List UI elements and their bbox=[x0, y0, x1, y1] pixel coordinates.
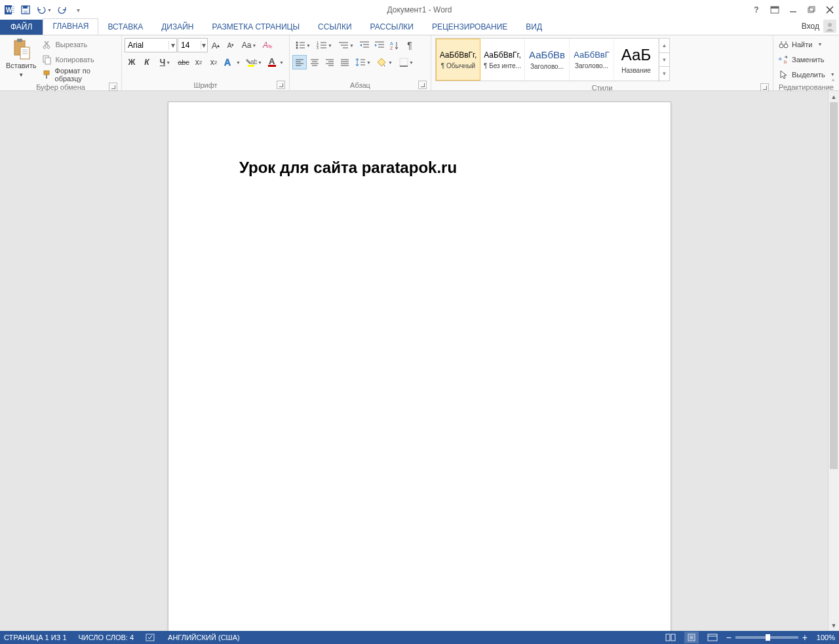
status-words[interactable]: ЧИСЛО СЛОВ: 4 bbox=[79, 634, 134, 641]
outdent-button[interactable] bbox=[357, 38, 372, 52]
font-size-input[interactable] bbox=[178, 41, 201, 50]
numbering-button[interactable]: 123▼ bbox=[314, 38, 335, 52]
qat-customize[interactable]: ▾ bbox=[71, 3, 85, 17]
clipboard-launcher[interactable] bbox=[109, 83, 117, 91]
tab-mailings[interactable]: РАССЫЛКИ bbox=[361, 20, 423, 35]
italic-button[interactable]: К bbox=[140, 55, 154, 69]
font-launcher[interactable] bbox=[277, 81, 285, 89]
style-item-0[interactable]: АаБбВвГг,¶ Обычный bbox=[436, 39, 480, 81]
status-proof-icon[interactable] bbox=[146, 633, 156, 642]
font-name-combo[interactable]: ▾ bbox=[125, 38, 177, 52]
ribbon-tabs: ФАЙЛ ГЛАВНАЯ ВСТАВКА ДИЗАЙН РАЗМЕТКА СТР… bbox=[0, 20, 839, 35]
subscript-button[interactable]: x2 bbox=[191, 55, 206, 69]
justify-button[interactable] bbox=[338, 55, 352, 69]
shrink-font-button[interactable]: A▾ bbox=[224, 38, 238, 52]
highlight-button[interactable]: ab▼ bbox=[243, 55, 264, 69]
vertical-scrollbar[interactable]: ▲ ▼ bbox=[828, 91, 839, 631]
line-spacing-button[interactable]: ▼ bbox=[353, 55, 374, 69]
bold-button[interactable]: Ж bbox=[125, 55, 139, 69]
tab-insert[interactable]: ВСТАВКА bbox=[98, 20, 152, 35]
align-left-button[interactable] bbox=[292, 55, 307, 69]
zoom-out-button[interactable]: − bbox=[726, 632, 732, 643]
paragraph-launcher[interactable] bbox=[418, 81, 427, 89]
collapse-ribbon-button[interactable]: ˄ bbox=[831, 79, 835, 88]
replace-button[interactable]: ab Заменить bbox=[776, 52, 827, 67]
svg-rect-4 bbox=[12, 10, 14, 11]
svg-text:A: A bbox=[269, 57, 275, 66]
style-item-4[interactable]: АаБНазвание bbox=[614, 39, 659, 81]
document-page[interactable]: Урок для сайта paratapok.ru bbox=[168, 102, 671, 631]
view-web-button[interactable] bbox=[705, 632, 720, 643]
select-button[interactable]: Выделить▼ bbox=[776, 67, 838, 82]
signin-area[interactable]: Вход bbox=[802, 20, 836, 33]
grow-font-button[interactable]: A▴ bbox=[208, 38, 223, 52]
help-button[interactable]: ? bbox=[747, 2, 766, 18]
tab-design[interactable]: ДИЗАЙН bbox=[152, 20, 203, 35]
style-item-1[interactable]: АаБбВвГг,¶ Без инте... bbox=[480, 39, 525, 81]
format-painter-button[interactable]: Формат по образцу bbox=[39, 67, 119, 82]
view-print-button[interactable] bbox=[684, 632, 699, 643]
font-name-input[interactable] bbox=[125, 41, 168, 50]
redo-button[interactable] bbox=[55, 3, 69, 17]
strike-button[interactable]: abc bbox=[176, 55, 191, 69]
svg-text:A: A bbox=[262, 41, 268, 50]
ribbon-display-button[interactable] bbox=[766, 2, 784, 18]
clear-format-button[interactable]: A bbox=[260, 38, 275, 52]
bullets-button[interactable]: ▼ bbox=[292, 38, 313, 52]
paste-label: Вставить bbox=[6, 62, 37, 69]
shading-button[interactable]: ▼ bbox=[374, 55, 395, 69]
scroll-track[interactable] bbox=[829, 102, 839, 620]
zoom-thumb[interactable] bbox=[766, 634, 770, 641]
gallery-more[interactable]: ▼ bbox=[659, 67, 669, 81]
status-bar: СТРАНИЦА 1 ИЗ 1 ЧИСЛО СЛОВ: 4 АНГЛИЙСКИЙ… bbox=[0, 631, 839, 644]
align-right-button[interactable] bbox=[322, 55, 337, 69]
copy-button[interactable]: Копировать bbox=[39, 52, 119, 67]
scroll-down-button[interactable]: ▼ bbox=[829, 620, 839, 631]
view-read-button[interactable] bbox=[663, 632, 678, 643]
close-button[interactable] bbox=[821, 2, 839, 18]
zoom-in-button[interactable]: + bbox=[802, 632, 808, 643]
style-item-3[interactable]: АаБбВвГЗаголово... bbox=[570, 39, 614, 81]
scroll-thumb[interactable] bbox=[830, 102, 838, 469]
multilevel-button[interactable]: ▼ bbox=[336, 38, 357, 52]
borders-button[interactable]: ▼ bbox=[396, 55, 417, 69]
tab-layout[interactable]: РАЗМЕТКА СТРАНИЦЫ bbox=[203, 20, 309, 35]
zoom-value[interactable]: 100% bbox=[811, 634, 835, 641]
font-color-button[interactable]: A▼ bbox=[265, 55, 286, 69]
tab-home[interactable]: ГЛАВНАЯ bbox=[43, 18, 98, 35]
find-button[interactable]: Найти▼ bbox=[776, 37, 825, 52]
document-text[interactable]: Урок для сайта paratapok.ru bbox=[239, 159, 600, 177]
save-button[interactable] bbox=[18, 3, 33, 17]
cut-button[interactable]: Вырезать bbox=[39, 37, 119, 52]
tab-file[interactable]: ФАЙЛ bbox=[0, 20, 43, 35]
scroll-up-button[interactable]: ▲ bbox=[829, 91, 839, 102]
binoculars-icon bbox=[779, 39, 789, 50]
minimize-button[interactable] bbox=[784, 2, 802, 18]
superscript-button[interactable]: x2 bbox=[206, 55, 221, 69]
svg-point-16 bbox=[828, 23, 832, 27]
underline-button[interactable]: Ч▼ bbox=[155, 55, 176, 69]
tab-view[interactable]: ВИД bbox=[517, 20, 551, 35]
text-effects-button[interactable]: A▼ bbox=[222, 55, 243, 69]
paste-button[interactable]: Вставить▼ bbox=[3, 37, 39, 81]
change-case-button[interactable]: Aa▼ bbox=[239, 38, 260, 52]
svg-rect-2 bbox=[12, 6, 14, 7]
gallery-up[interactable]: ▲ bbox=[659, 39, 669, 53]
indent-button[interactable] bbox=[372, 38, 387, 52]
tab-references[interactable]: ССЫЛКИ bbox=[309, 20, 361, 35]
align-center-button[interactable] bbox=[307, 55, 322, 69]
status-page[interactable]: СТРАНИЦА 1 ИЗ 1 bbox=[4, 634, 67, 641]
font-size-combo[interactable]: ▾ bbox=[178, 38, 208, 52]
maximize-button[interactable] bbox=[802, 2, 821, 18]
zoom-slider[interactable] bbox=[735, 636, 798, 639]
undo-button[interactable]: ▼ bbox=[34, 3, 54, 17]
gallery-down[interactable]: ▼ bbox=[659, 53, 669, 67]
scissors-icon bbox=[42, 39, 52, 50]
show-marks-button[interactable]: ¶ bbox=[402, 38, 417, 52]
brush-icon bbox=[42, 69, 52, 80]
sort-button[interactable]: AZ bbox=[387, 38, 402, 52]
tab-review[interactable]: РЕЦЕНЗИРОВАНИЕ bbox=[423, 20, 517, 35]
style-item-2[interactable]: АаБбВвЗаголово... bbox=[525, 39, 570, 81]
status-language[interactable]: АНГЛИЙСКИЙ (США) bbox=[168, 634, 240, 641]
app-icon[interactable]: W bbox=[3, 3, 17, 17]
